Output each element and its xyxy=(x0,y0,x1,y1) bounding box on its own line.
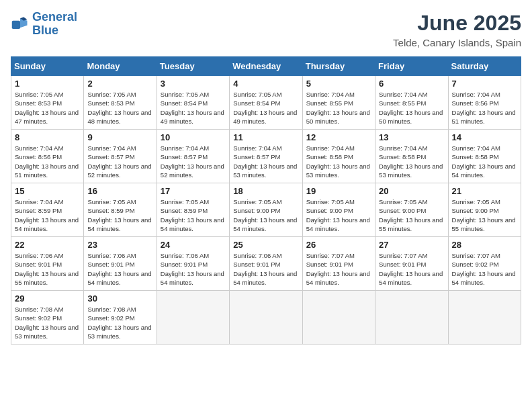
calendar-day-cell xyxy=(157,291,229,345)
day-info: Sunrise: 7:07 AM Sunset: 9:01 PM Dayligh… xyxy=(379,251,444,287)
day-number: 25 xyxy=(233,240,298,250)
day-info: Sunrise: 7:06 AM Sunset: 9:01 PM Dayligh… xyxy=(161,251,226,287)
day-number: 30 xyxy=(87,293,152,304)
day-number: 18 xyxy=(233,186,298,196)
calendar-day-cell: 16Sunrise: 7:05 AM Sunset: 8:59 PM Dayli… xyxy=(84,183,157,237)
calendar-week-row: 29Sunrise: 7:08 AM Sunset: 9:02 PM Dayli… xyxy=(11,291,521,345)
day-number: 21 xyxy=(452,186,517,196)
calendar-day-cell: 29Sunrise: 7:08 AM Sunset: 9:02 PM Dayli… xyxy=(11,291,84,345)
calendar-day-cell: 24Sunrise: 7:06 AM Sunset: 9:01 PM Dayli… xyxy=(157,237,229,291)
day-number: 8 xyxy=(15,132,80,142)
day-of-week-header: Thursday xyxy=(302,57,375,76)
day-of-week-header: Monday xyxy=(84,57,157,76)
day-info: Sunrise: 7:07 AM Sunset: 9:01 PM Dayligh… xyxy=(306,251,371,287)
day-number: 28 xyxy=(452,240,517,250)
day-number: 13 xyxy=(379,132,444,142)
day-number: 5 xyxy=(306,79,371,89)
day-number: 6 xyxy=(379,79,444,89)
day-info: Sunrise: 7:04 AM Sunset: 8:57 PM Dayligh… xyxy=(233,144,298,179)
logo-icon xyxy=(11,15,30,34)
day-info: Sunrise: 7:04 AM Sunset: 8:57 PM Dayligh… xyxy=(161,144,226,179)
day-info: Sunrise: 7:08 AM Sunset: 9:02 PM Dayligh… xyxy=(15,305,80,340)
location-title: Telde, Canary Islands, Spain xyxy=(393,37,521,48)
day-info: Sunrise: 7:05 AM Sunset: 8:53 PM Dayligh… xyxy=(15,90,80,126)
day-number: 17 xyxy=(161,186,226,196)
day-info: Sunrise: 7:04 AM Sunset: 8:56 PM Dayligh… xyxy=(452,90,517,126)
day-number: 26 xyxy=(306,240,371,250)
calendar-day-cell: 9Sunrise: 7:04 AM Sunset: 8:57 PM Daylig… xyxy=(84,130,157,183)
calendar-day-cell: 25Sunrise: 7:06 AM Sunset: 9:01 PM Dayli… xyxy=(230,237,302,291)
day-number: 14 xyxy=(452,132,517,142)
calendar-day-cell: 6Sunrise: 7:04 AM Sunset: 8:55 PM Daylig… xyxy=(375,76,448,130)
calendar-day-cell: 7Sunrise: 7:04 AM Sunset: 8:56 PM Daylig… xyxy=(448,76,521,130)
day-info: Sunrise: 7:04 AM Sunset: 8:58 PM Dayligh… xyxy=(306,144,371,179)
day-number: 7 xyxy=(452,79,517,89)
title-block: June 2025 Telde, Canary Islands, Spain xyxy=(393,11,521,48)
day-info: Sunrise: 7:05 AM Sunset: 9:00 PM Dayligh… xyxy=(452,197,517,233)
svg-rect-0 xyxy=(12,21,20,29)
day-info: Sunrise: 7:04 AM Sunset: 8:59 PM Dayligh… xyxy=(15,197,80,233)
day-info: Sunrise: 7:07 AM Sunset: 9:02 PM Dayligh… xyxy=(452,251,517,287)
day-number: 11 xyxy=(233,132,298,142)
calendar-day-cell: 5Sunrise: 7:04 AM Sunset: 8:55 PM Daylig… xyxy=(302,76,375,130)
day-info: Sunrise: 7:05 AM Sunset: 8:54 PM Dayligh… xyxy=(233,90,298,126)
calendar-day-cell: 4Sunrise: 7:05 AM Sunset: 8:54 PM Daylig… xyxy=(230,76,302,130)
calendar-day-cell xyxy=(448,291,521,345)
day-info: Sunrise: 7:04 AM Sunset: 8:56 PM Dayligh… xyxy=(15,144,80,179)
day-info: Sunrise: 7:04 AM Sunset: 8:58 PM Dayligh… xyxy=(379,144,444,179)
calendar-header-row: SundayMondayTuesdayWednesdayThursdayFrid… xyxy=(11,57,521,76)
day-info: Sunrise: 7:05 AM Sunset: 9:00 PM Dayligh… xyxy=(233,197,298,233)
month-title: June 2025 xyxy=(393,11,521,36)
day-number: 20 xyxy=(379,186,444,196)
day-info: Sunrise: 7:06 AM Sunset: 9:01 PM Dayligh… xyxy=(15,251,80,287)
day-info: Sunrise: 7:08 AM Sunset: 9:02 PM Dayligh… xyxy=(87,305,152,340)
day-info: Sunrise: 7:04 AM Sunset: 8:55 PM Dayligh… xyxy=(379,90,444,126)
day-of-week-header: Friday xyxy=(375,57,448,76)
calendar-day-cell: 26Sunrise: 7:07 AM Sunset: 9:01 PM Dayli… xyxy=(302,237,375,291)
calendar-day-cell xyxy=(230,291,302,345)
day-number: 1 xyxy=(15,79,80,89)
logo-line1: General xyxy=(32,10,77,24)
calendar-day-cell: 22Sunrise: 7:06 AM Sunset: 9:01 PM Dayli… xyxy=(11,237,84,291)
day-number: 2 xyxy=(87,79,152,89)
page-header: General Blue June 2025 Telde, Canary Isl… xyxy=(11,11,521,48)
day-of-week-header: Saturday xyxy=(448,57,521,76)
day-info: Sunrise: 7:06 AM Sunset: 9:01 PM Dayligh… xyxy=(87,251,152,287)
logo-line2: Blue xyxy=(32,24,58,37)
day-of-week-header: Sunday xyxy=(11,57,84,76)
calendar-week-row: 22Sunrise: 7:06 AM Sunset: 9:01 PM Dayli… xyxy=(11,237,521,291)
calendar-day-cell: 20Sunrise: 7:05 AM Sunset: 9:00 PM Dayli… xyxy=(375,183,448,237)
calendar-day-cell: 23Sunrise: 7:06 AM Sunset: 9:01 PM Dayli… xyxy=(84,237,157,291)
calendar-day-cell xyxy=(302,291,375,345)
calendar-day-cell: 2Sunrise: 7:05 AM Sunset: 8:53 PM Daylig… xyxy=(84,76,157,130)
calendar-day-cell: 19Sunrise: 7:05 AM Sunset: 9:00 PM Dayli… xyxy=(302,183,375,237)
calendar-day-cell: 14Sunrise: 7:04 AM Sunset: 8:58 PM Dayli… xyxy=(448,130,521,183)
calendar-day-cell: 27Sunrise: 7:07 AM Sunset: 9:01 PM Dayli… xyxy=(375,237,448,291)
calendar-day-cell: 3Sunrise: 7:05 AM Sunset: 8:54 PM Daylig… xyxy=(157,76,229,130)
calendar-day-cell: 1Sunrise: 7:05 AM Sunset: 8:53 PM Daylig… xyxy=(11,76,84,130)
calendar-day-cell: 15Sunrise: 7:04 AM Sunset: 8:59 PM Dayli… xyxy=(11,183,84,237)
calendar-week-row: 8Sunrise: 7:04 AM Sunset: 8:56 PM Daylig… xyxy=(11,130,521,183)
day-of-week-header: Tuesday xyxy=(157,57,229,76)
day-of-week-header: Wednesday xyxy=(230,57,302,76)
day-number: 15 xyxy=(15,186,80,196)
day-info: Sunrise: 7:05 AM Sunset: 9:00 PM Dayligh… xyxy=(379,197,444,233)
calendar-day-cell: 21Sunrise: 7:05 AM Sunset: 9:00 PM Dayli… xyxy=(448,183,521,237)
calendar-day-cell: 30Sunrise: 7:08 AM Sunset: 9:02 PM Dayli… xyxy=(84,291,157,345)
calendar-day-cell xyxy=(375,291,448,345)
day-number: 27 xyxy=(379,240,444,250)
day-number: 29 xyxy=(15,293,80,304)
day-number: 9 xyxy=(87,132,152,142)
day-info: Sunrise: 7:05 AM Sunset: 9:00 PM Dayligh… xyxy=(306,197,371,233)
calendar-day-cell: 28Sunrise: 7:07 AM Sunset: 9:02 PM Dayli… xyxy=(448,237,521,291)
calendar-week-row: 15Sunrise: 7:04 AM Sunset: 8:59 PM Dayli… xyxy=(11,183,521,237)
day-info: Sunrise: 7:04 AM Sunset: 8:55 PM Dayligh… xyxy=(306,90,371,126)
day-number: 12 xyxy=(306,132,371,142)
logo-text: General Blue xyxy=(32,11,77,38)
day-info: Sunrise: 7:04 AM Sunset: 8:58 PM Dayligh… xyxy=(452,144,517,179)
calendar-table: SundayMondayTuesdayWednesdayThursdayFrid… xyxy=(11,56,521,345)
day-number: 19 xyxy=(306,186,371,196)
calendar-day-cell: 10Sunrise: 7:04 AM Sunset: 8:57 PM Dayli… xyxy=(157,130,229,183)
day-number: 16 xyxy=(87,186,152,196)
calendar-day-cell: 11Sunrise: 7:04 AM Sunset: 8:57 PM Dayli… xyxy=(230,130,302,183)
